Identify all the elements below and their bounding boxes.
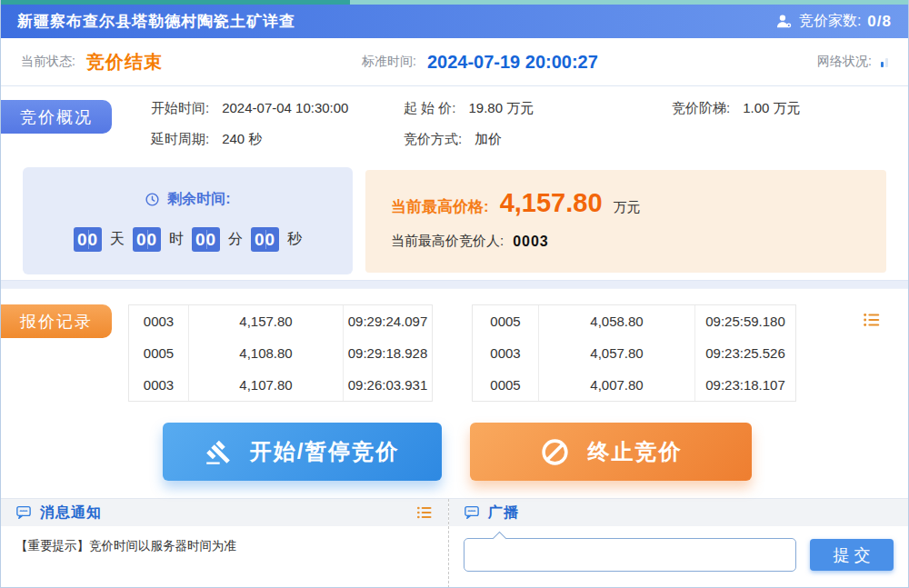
bid-row-bidder: 0003 — [129, 305, 188, 337]
bid-row-time: 09:26:03.931 — [343, 369, 432, 401]
bid-row-bidder: 0003 — [473, 337, 538, 369]
speech-bubble-icon — [15, 504, 32, 521]
bid-row-price: 4,057.80 — [538, 337, 694, 369]
bid-row-price: 4,007.80 — [538, 369, 694, 401]
network-status-label: 网络状况: — [817, 54, 872, 70]
broadcast-title: 广播 — [488, 503, 519, 523]
countdown-days: 00 — [74, 227, 102, 252]
highest-price-value: 4,157.80 — [500, 188, 603, 218]
countdown-hours: 00 — [133, 227, 161, 252]
highest-bidder-label: 当前最高价竞价人: — [391, 233, 504, 250]
terminate-label: 终止竞价 — [588, 437, 683, 466]
submit-button[interactable]: 提 交 — [810, 539, 894, 571]
users-icon — [775, 13, 793, 30]
standard-time-label: 标准时间: — [362, 54, 416, 70]
speech-bubble-icon — [464, 504, 480, 521]
highest-price-label: 当前最高价格: — [391, 196, 489, 217]
highest-bidder-value: 0003 — [513, 234, 549, 250]
bid-row-time: 09:29:18.928 — [343, 337, 432, 369]
start-price-label: 起 始 价: — [404, 100, 456, 117]
delay-period-label: 延时周期: — [151, 131, 209, 148]
prohibition-icon — [540, 437, 570, 467]
notice-message: 【重要提示】竞价时间以服务器时间为准 — [1, 526, 448, 566]
section-divider — [1, 280, 908, 289]
start-time-field: 开始时间: 2024-07-04 10:30:00 — [151, 100, 404, 117]
bidders-label: 竞价家数: — [799, 12, 861, 31]
unit-hour: 时 — [169, 230, 184, 249]
start-pause-label: 开始/暂停竞价 — [250, 437, 400, 466]
bid-row-price: 4,058.80 — [538, 305, 694, 337]
unit-day: 天 — [110, 230, 125, 249]
start-price-field: 起 始 价: 19.80 万元 — [404, 100, 672, 117]
overview-section-tag: 竞价概况 — [1, 100, 112, 134]
status-bar: 当前状态: 竞价结束 标准时间: 2024-07-19 20:00:27 网络状… — [1, 38, 908, 86]
bid-method-field: 竞价方式: 加价 — [404, 131, 672, 148]
bid-row-bidder: 0005 — [129, 337, 188, 369]
broadcast-panel: 广播 提 交 — [449, 499, 908, 588]
highest-price-panel: 当前最高价格: 4,157.80 万元 当前最高价竞价人: 0003 — [365, 170, 886, 273]
bid-records-table-left: 0003 4,157.80 09:29:24.097 0005 4,108.80… — [128, 304, 433, 402]
terminate-bid-button[interactable]: 终止竞价 — [470, 423, 752, 481]
notice-title: 消息通知 — [40, 503, 102, 523]
bid-row-time: 09:25:59.180 — [694, 305, 795, 337]
message-notice-panel: 消息通知 【重要提示】竞价时间以服务器时间为准 — [1, 499, 449, 588]
bid-method-value: 加价 — [474, 131, 502, 148]
auction-state: 竞价结束 — [86, 50, 163, 75]
network-signal-icon — [881, 56, 888, 67]
bid-row-bidder: 0005 — [473, 305, 538, 337]
broadcast-input[interactable] — [464, 538, 796, 572]
countdown-seconds: 00 — [251, 227, 279, 252]
auction-overview-section: 竞价概况 开始时间: 2024-07-04 10:30:00 起 始 价: 19… — [1, 86, 908, 280]
bid-records-table-right: 0005 4,058.80 09:25:59.180 0003 4,057.80… — [472, 304, 796, 402]
bid-row-bidder: 0003 — [129, 369, 188, 401]
standard-time-value: 2024-07-19 20:00:27 — [427, 52, 598, 73]
increment-value: 1.00 万元 — [743, 100, 800, 117]
records-list-icon[interactable] — [862, 310, 882, 330]
bid-row-time: 09:23:25.526 — [694, 337, 795, 369]
bid-method-label: 竞价方式: — [404, 131, 462, 148]
start-pause-bid-button[interactable]: 开始/暂停竞价 — [163, 423, 442, 481]
notice-list-icon[interactable] — [415, 503, 434, 522]
bid-row-time: 09:23:18.107 — [694, 369, 795, 401]
countdown-label: 剩余时间: — [167, 190, 230, 209]
bidders-count: 竞价家数: 0/8 — [775, 12, 892, 31]
start-price-value: 19.80 万元 — [469, 100, 534, 117]
delay-period-value: 240 秒 — [222, 131, 262, 148]
page-title: 新疆察布查尔县塔勒德村陶瓷土矿详查 — [17, 11, 295, 32]
bidders-value: 0/8 — [867, 13, 892, 31]
bid-row-time: 09:29:24.097 — [343, 305, 432, 337]
increment-field: 竞价阶梯: 1.00 万元 — [672, 100, 890, 117]
start-time-label: 开始时间: — [151, 100, 209, 117]
increment-label: 竞价阶梯: — [672, 100, 730, 117]
bid-records-section: 报价记录 0003 4,157.80 09:29:24.097 0005 4,1… — [1, 289, 908, 498]
unit-second: 秒 — [287, 230, 302, 249]
clock-icon — [145, 192, 160, 207]
gavel-icon — [205, 439, 232, 465]
bid-row-price: 4,157.80 — [188, 305, 343, 337]
delay-period-field: 延时周期: 240 秒 — [151, 131, 404, 148]
state-label: 当前状态: — [21, 54, 75, 70]
countdown-minutes: 00 — [192, 227, 220, 252]
overview-info-grid: 开始时间: 2024-07-04 10:30:00 起 始 价: 19.80 万… — [151, 100, 890, 148]
highest-price-unit: 万元 — [614, 199, 641, 216]
bid-row-bidder: 0005 — [473, 369, 538, 401]
unit-minute: 分 — [228, 230, 243, 249]
bid-row-price: 4,108.80 — [188, 337, 343, 369]
app-header: 新疆察布查尔县塔勒德村陶瓷土矿详查 竞价家数: 0/8 — [1, 5, 908, 38]
records-section-tag: 报价记录 — [1, 304, 112, 338]
start-time-value: 2024-07-04 10:30:00 — [222, 100, 348, 117]
countdown-panel: 剩余时间: 00 天 00 时 00 分 00 秒 — [23, 167, 353, 274]
footer: 消息通知 【重要提示】竞价时间以服务器时间为准 — [1, 498, 908, 588]
auction-window: 新疆察布查尔县塔勒德村陶瓷土矿详查 竞价家数: 0/8 当前状态: 竞价结束 标… — [0, 0, 909, 588]
bid-row-price: 4,107.80 — [188, 369, 343, 401]
